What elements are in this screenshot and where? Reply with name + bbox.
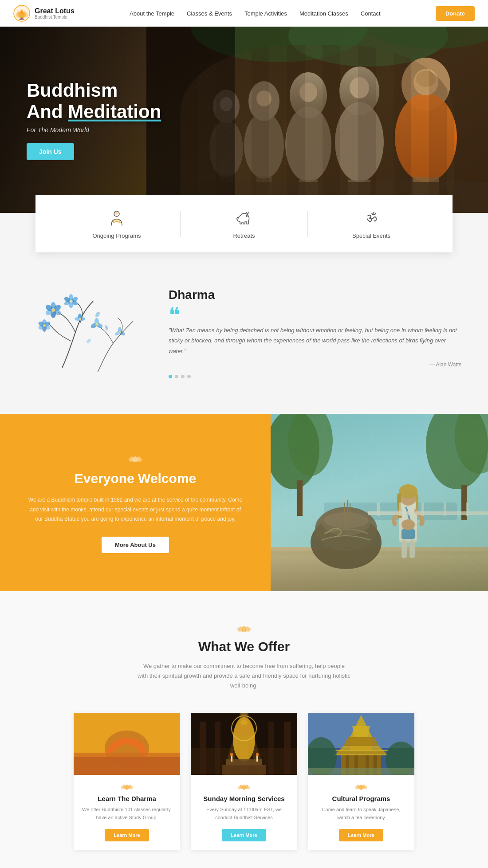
offer-cards: Learn The Dharma We offer Buddhism 101 c… (35, 713, 453, 850)
quote-mark: ❝ (169, 310, 180, 321)
svg-point-32 (209, 120, 243, 177)
nav-links: About the Temple Classes & Events Temple… (130, 9, 381, 17)
svg-point-69 (86, 338, 91, 344)
svg-rect-135 (200, 722, 206, 775)
hero-title-line1: Buddhism (27, 80, 161, 101)
brand-subtitle: Buddhist Temple (35, 15, 75, 20)
floral-svg (27, 279, 151, 377)
join-us-button[interactable]: Join Us (27, 143, 74, 160)
welcome-image (271, 414, 488, 591)
nav-meditation[interactable]: Meditation Classes (299, 9, 348, 17)
svg-point-85 (288, 414, 333, 476)
svg-rect-110 (421, 503, 424, 516)
svg-point-20 (335, 102, 384, 182)
svg-point-14 (401, 58, 450, 111)
nav-classes[interactable]: Classes & Events (187, 9, 232, 17)
welcome-left: Everyone Welcome We are a Buddhism templ… (0, 414, 271, 591)
dharma-title: Dharma (169, 288, 461, 302)
svg-text:ॐ: ॐ (366, 211, 377, 224)
svg-point-84 (271, 414, 319, 489)
svg-point-21 (350, 77, 369, 98)
svg-rect-7 (20, 18, 23, 19)
navbar: Great Lotus Buddhist Temple About the Te… (0, 0, 488, 27)
card-lotus-3 (355, 781, 367, 790)
card-lotus-1 (121, 781, 133, 790)
more-about-button[interactable]: More About Us (102, 537, 169, 553)
program-ongoing[interactable]: Ongoing Programs (53, 208, 180, 239)
svg-point-68 (104, 325, 109, 330)
svg-point-15 (395, 93, 457, 182)
sunday-card-desc: Every Sunday at 11:00am EST, we conduct … (191, 806, 297, 821)
card-lotus-2 (238, 781, 250, 790)
dharma-content: Dharma ❝ "What Zen means by being detach… (169, 279, 461, 378)
svg-rect-137 (268, 722, 274, 775)
donate-button[interactable]: Donate (436, 6, 475, 21)
dharma-learn-more-button[interactable]: Learn More (105, 829, 149, 841)
svg-point-47 (51, 308, 55, 312)
svg-rect-89 (461, 485, 467, 520)
svg-point-88 (455, 414, 488, 474)
svg-point-94 (315, 507, 377, 551)
svg-point-66 (79, 318, 81, 320)
svg-point-67 (94, 311, 101, 318)
svg-rect-138 (284, 722, 291, 775)
svg-point-33 (220, 97, 232, 111)
svg-rect-97 (344, 503, 345, 525)
svg-point-17 (416, 71, 436, 87)
svg-rect-127 (74, 757, 180, 775)
svg-rect-101 (401, 529, 415, 539)
cultural-learn-more-button[interactable]: Learn More (339, 829, 383, 841)
svg-point-25 (299, 82, 317, 102)
hero-statues-svg (146, 27, 488, 213)
nav-activities[interactable]: Temple Activities (244, 9, 287, 17)
svg-rect-108 (377, 503, 380, 516)
offer-section: What We Offer We gather to make our comm… (0, 591, 488, 868)
dharma-card: Learn The Dharma We offer Buddhism 101 c… (74, 713, 180, 850)
sunday-card-title: Sunday Morning Services (191, 795, 297, 802)
welcome-image-svg (271, 414, 488, 591)
program-special[interactable]: ॐ Special Events (308, 208, 435, 239)
program-retreats[interactable]: Retreats (181, 208, 307, 239)
special-label: Special Events (352, 232, 390, 239)
svg-rect-106 (409, 540, 415, 558)
dot-3[interactable] (181, 375, 185, 378)
svg-point-29 (256, 90, 272, 106)
dot-2[interactable] (175, 375, 178, 378)
svg-rect-100 (399, 503, 417, 542)
nav-about[interactable]: About the Temple (130, 9, 174, 17)
ongoing-label: Ongoing Programs (92, 232, 141, 239)
cultural-card-lotus (308, 775, 414, 795)
svg-rect-8 (19, 19, 24, 20)
welcome-section: Everyone Welcome We are a Buddhism templ… (0, 414, 488, 591)
svg-rect-98 (347, 500, 348, 525)
svg-rect-136 (215, 722, 220, 775)
retreats-label: Retreats (233, 232, 255, 239)
svg-rect-83 (271, 414, 488, 591)
hero-content: Buddhism And Meditation For The Modern W… (27, 80, 161, 160)
brand-text: Great Lotus Buddhist Temple (35, 7, 75, 20)
svg-point-95 (322, 509, 370, 536)
offer-description: We gather to make our commitment to beco… (138, 661, 350, 691)
svg-rect-144 (222, 765, 266, 775)
cultural-image-svg (308, 713, 414, 775)
dharma-section: Dharma ❝ "What Zen means by being detach… (0, 252, 488, 396)
svg-rect-92 (271, 551, 488, 555)
svg-rect-169 (308, 768, 414, 775)
dharma-quote: "What Zen means by being detached is not… (169, 325, 461, 356)
sunday-card: Sunday Morning Services Every Sunday at … (191, 713, 297, 850)
svg-rect-112 (466, 503, 468, 516)
sunday-image-svg (191, 713, 297, 775)
dot-1[interactable] (169, 375, 172, 378)
cultural-card-desc: Come and learn to speak Japanese, watch … (308, 806, 414, 821)
svg-rect-90 (324, 503, 457, 520)
svg-point-96 (324, 512, 368, 528)
svg-point-61 (43, 324, 46, 327)
sunday-learn-more-button[interactable]: Learn More (222, 829, 266, 841)
svg-rect-105 (401, 540, 407, 558)
dharma-card-lotus (74, 775, 180, 795)
dharma-image-svg (74, 713, 180, 775)
special-events-icon: ॐ (362, 208, 381, 228)
dot-4[interactable] (187, 375, 191, 378)
hero-meditation-word: Meditation (68, 101, 161, 122)
nav-contact[interactable]: Contact (361, 9, 381, 17)
